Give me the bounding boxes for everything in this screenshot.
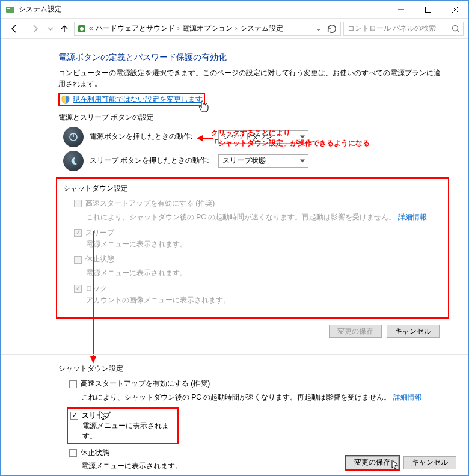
change-unavailable-settings-link[interactable]: 現在利用可能ではない設定を変更します (73, 94, 203, 105)
separator (1, 354, 468, 355)
shutdown-settings-frame: シャットダウン設定 高速スタートアップを有効にする (推奨) これにより、シャッ… (56, 177, 449, 319)
maximize-button[interactable] (414, 1, 441, 19)
fast-startup-checkbox (74, 200, 82, 207)
up-button[interactable] (57, 20, 72, 38)
save-button-disabled: 変更の保存 (329, 325, 382, 338)
svg-marker-17 (90, 356, 96, 364)
power-button-action-label: 電源ボタンを押したときの動作: (90, 132, 212, 142)
breadcrumb-item[interactable]: 電源オプション (182, 23, 233, 34)
search-box[interactable] (343, 22, 464, 36)
breadcrumb-item[interactable]: ハードウェアとサウンド (96, 23, 175, 34)
arrow-left-icon (197, 134, 213, 142)
hibernate-description: 電源メニューに表示されます。 (86, 268, 442, 278)
fast-startup-description: これにより、シャットダウン後の PC の起動時間が速くなります。再起動は影響を受… (86, 212, 442, 222)
sleep-button-action-label: スリープ ボタンを押したときの動作: (90, 156, 212, 166)
sleep-option-frame: ✓ スリープ 電源メニューに表示されます。 (67, 407, 179, 444)
sleep-checkbox: ✓ (74, 229, 82, 237)
navigation-bar: « ハードウェアとサウンド › 電源オプション › システム設定 ⌄ (1, 19, 468, 39)
annotation-line-1: クリックすることにより (211, 128, 370, 138)
power-options-icon (77, 24, 87, 34)
power-sleep-section-label: 電源とスリープ ボタンの設定 (58, 112, 447, 123)
change-settings-link-frame: 現在利用可能ではない設定を変更します (58, 93, 205, 106)
forward-button[interactable] (26, 20, 44, 38)
minimize-button[interactable] (387, 1, 414, 19)
annotation-line-2: 「シャットダウン設定」が操作できるようになる (211, 138, 370, 148)
shield-icon (61, 95, 70, 105)
back-button[interactable] (5, 20, 23, 38)
sleep-icon (63, 151, 84, 171)
sleep-description: 電源メニューに表示されます。 (86, 239, 442, 249)
fast-startup-label-enabled: 高速スタートアップを有効にする (推奨) (81, 379, 210, 389)
sleep-button-action-select[interactable]: スリープ状態 (218, 154, 308, 168)
svg-marker-15 (197, 135, 203, 141)
arrow-cursor-icon (391, 459, 400, 473)
arrow-down-icon (89, 231, 97, 364)
fast-startup-description-enabled: これにより、シャットダウン後の PC の起動時間が速くなります。再起動は影響を受… (81, 392, 447, 403)
lock-checkbox: ✓ (74, 285, 82, 293)
address-dropdown[interactable]: ⌄ (314, 23, 323, 34)
breadcrumb-separator: › (235, 23, 238, 34)
window-title: システム設定 (19, 4, 62, 14)
lock-description: アカウントの画像メニューに表示されます。 (86, 295, 442, 305)
save-button[interactable]: 変更の保存 (346, 456, 399, 469)
fast-startup-detail-link[interactable]: 詳細情報 (398, 213, 427, 221)
titlebar: システム設定 (1, 1, 468, 19)
svg-point-9 (80, 27, 84, 31)
svg-line-11 (458, 30, 460, 32)
search-icon[interactable] (451, 24, 461, 34)
search-input[interactable] (346, 23, 451, 34)
shutdown-settings-title: シャットダウン設定 (63, 183, 442, 194)
svg-point-10 (453, 25, 458, 31)
svg-rect-3 (7, 11, 13, 11)
cancel-button[interactable]: キャンセル (387, 325, 440, 338)
breadcrumb-prefix: « (89, 23, 93, 34)
sleep-checkbox-enabled[interactable]: ✓ (70, 412, 78, 420)
app-icon (5, 5, 15, 14)
sleep-description-enabled: 電源メニューに表示されます。 (82, 421, 175, 442)
fast-startup-label: 高速スタートアップを有効にする (推奨) (85, 198, 215, 209)
sleep-button-action-value: スリープ状態 (222, 156, 266, 165)
page-title: 電源ボタンの定義とパスワード保護の有効化 (58, 51, 447, 63)
cancel-button-footer[interactable]: キャンセル (403, 456, 456, 469)
pointer-cursor-icon (198, 100, 210, 116)
page-description: コンピューターの電源設定を選択できます。このページの設定に対して行う変更は、お使… (58, 68, 447, 89)
fast-startup-checkbox-enabled[interactable] (69, 380, 77, 388)
arrow-cursor-icon (99, 410, 108, 424)
fast-startup-detail-link-enabled[interactable]: 詳細情報 (393, 393, 422, 401)
history-dropdown[interactable] (46, 20, 55, 38)
breadcrumb-separator: › (177, 23, 180, 34)
svg-rect-2 (7, 10, 13, 10)
close-button[interactable] (441, 1, 468, 19)
power-icon (63, 127, 84, 147)
address-bar[interactable]: « ハードウェアとサウンド › 電源オプション › システム設定 ⌄ (74, 22, 341, 36)
svg-rect-5 (425, 7, 431, 12)
hibernate-checkbox (74, 256, 82, 264)
refresh-button[interactable] (326, 23, 338, 35)
annotation-text: クリックすることにより 「シャットダウン設定」が操作できるようになる (211, 128, 370, 149)
shutdown-settings-title-enabled: シャットダウン設定 (58, 364, 447, 374)
breadcrumb-item[interactable]: システム設定 (240, 23, 283, 34)
svg-rect-1 (7, 8, 10, 9)
